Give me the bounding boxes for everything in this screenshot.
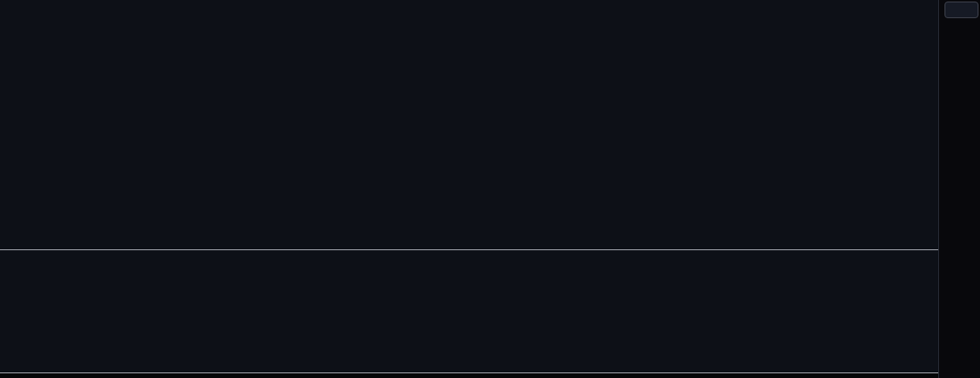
rsi-chart-canvas[interactable] <box>0 250 938 372</box>
rsi-indicator-legend[interactable] <box>6 257 21 268</box>
symbol-legend[interactable] <box>6 2 65 13</box>
close-label <box>50 2 56 13</box>
currency-toggle-button[interactable] <box>945 2 978 18</box>
open-label <box>21 2 28 13</box>
low-label <box>40 2 47 13</box>
time-axis-strip <box>0 373 980 378</box>
bb-indicator-legend[interactable] <box>6 15 21 26</box>
chart-window <box>0 0 980 378</box>
main-chart-canvas[interactable] <box>0 0 938 249</box>
pane-separator[interactable] <box>0 249 980 250</box>
high-label <box>31 2 37 13</box>
price-scale[interactable] <box>938 0 980 378</box>
